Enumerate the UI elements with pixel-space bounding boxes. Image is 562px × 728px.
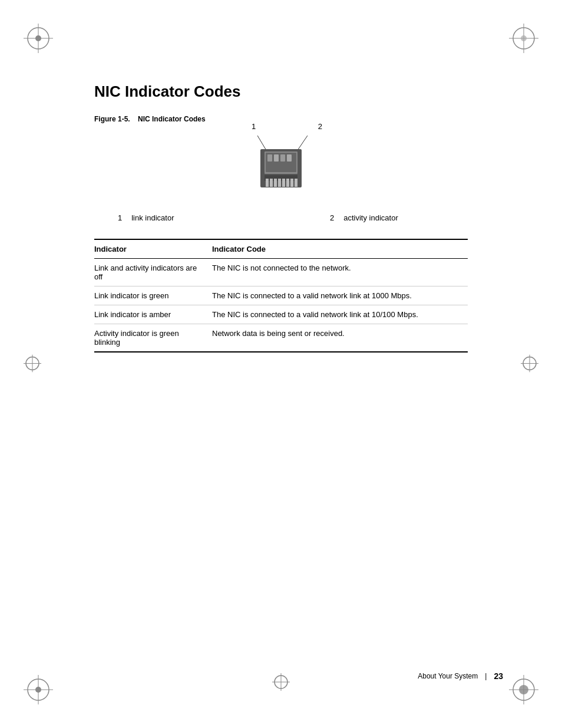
- table-row: Link and activity indicators are off The…: [94, 259, 468, 286]
- corner-mark-tl: [24, 24, 53, 53]
- table-header-row: Indicator Indicator Code: [94, 239, 468, 259]
- callout-2-number: 2: [330, 213, 334, 222]
- callout-2: 2 activity indicator: [330, 213, 398, 222]
- callout-1-label: 1: [252, 122, 256, 131]
- svg-point-7: [521, 35, 527, 41]
- indicator-cell-0: Link and activity indicators are off: [94, 259, 212, 286]
- svg-rect-32: [280, 154, 285, 162]
- callout-2-label: 2: [318, 122, 322, 131]
- col-header-code: Indicator Code: [212, 239, 468, 259]
- nic-diagram-container: 1 2: [222, 133, 340, 199]
- indicator-cell-2: Link indicator is amber: [94, 305, 212, 324]
- main-content: NIC Indicator Codes Figure 1-5. NIC Indi…: [94, 35, 468, 353]
- indicator-table: Indicator Indicator Code Link and activi…: [94, 239, 468, 353]
- table-row: Activity indicator is green blinking Net…: [94, 324, 468, 353]
- callout-2-text: activity indicator: [343, 213, 398, 222]
- footer-separator: |: [485, 672, 487, 680]
- footer-page-number: 23: [494, 671, 503, 681]
- svg-line-25: [257, 136, 266, 150]
- indicator-cell-3: Activity indicator is green blinking: [94, 324, 212, 353]
- callout-1-number: 1: [118, 213, 122, 222]
- side-mark-left: [24, 354, 41, 374]
- footer-section: About Your System: [418, 672, 478, 680]
- svg-point-15: [519, 685, 528, 694]
- callout-1-text: link indicator: [131, 213, 174, 222]
- page: NIC Indicator Codes Figure 1-5. NIC Indi…: [0, 0, 562, 728]
- code-cell-3: Network data is being sent or received.: [212, 324, 468, 353]
- indicator-cell-1: Link indicator is green: [94, 286, 212, 305]
- col-header-indicator: Indicator: [94, 239, 212, 259]
- svg-rect-35: [266, 179, 269, 187]
- svg-rect-42: [295, 179, 297, 187]
- svg-point-11: [35, 687, 41, 693]
- svg-rect-39: [282, 179, 285, 187]
- figure-area: 1 2: [94, 133, 468, 199]
- code-cell-0: The NIC is not connected to the network.: [212, 259, 468, 286]
- callout-1: 1 link indicator: [118, 213, 295, 222]
- corner-mark-tr: [509, 24, 538, 53]
- svg-line-26: [297, 136, 308, 150]
- side-mark-right: [521, 354, 538, 374]
- svg-rect-30: [267, 154, 272, 162]
- svg-rect-31: [274, 154, 279, 162]
- svg-point-3: [35, 35, 41, 41]
- page-title: NIC Indicator Codes: [94, 83, 468, 101]
- svg-rect-33: [287, 154, 292, 162]
- callout-labels-row: 1 link indicator 2 activity indicator: [118, 213, 468, 222]
- svg-rect-38: [278, 179, 281, 187]
- code-cell-1: The NIC is connected to a valid network …: [212, 286, 468, 305]
- nic-diagram-svg: [222, 133, 340, 197]
- svg-rect-36: [270, 179, 273, 187]
- svg-rect-40: [286, 179, 289, 187]
- table-row: Link indicator is amber The NIC is conne…: [94, 305, 468, 324]
- svg-rect-41: [290, 179, 293, 187]
- svg-rect-37: [274, 179, 277, 187]
- footer: About Your System | 23: [0, 671, 562, 681]
- figure-caption: Figure 1-5. NIC Indicator Codes: [94, 115, 468, 123]
- table-row: Link indicator is green The NIC is conne…: [94, 286, 468, 305]
- code-cell-2: The NIC is connected to a valid network …: [212, 305, 468, 324]
